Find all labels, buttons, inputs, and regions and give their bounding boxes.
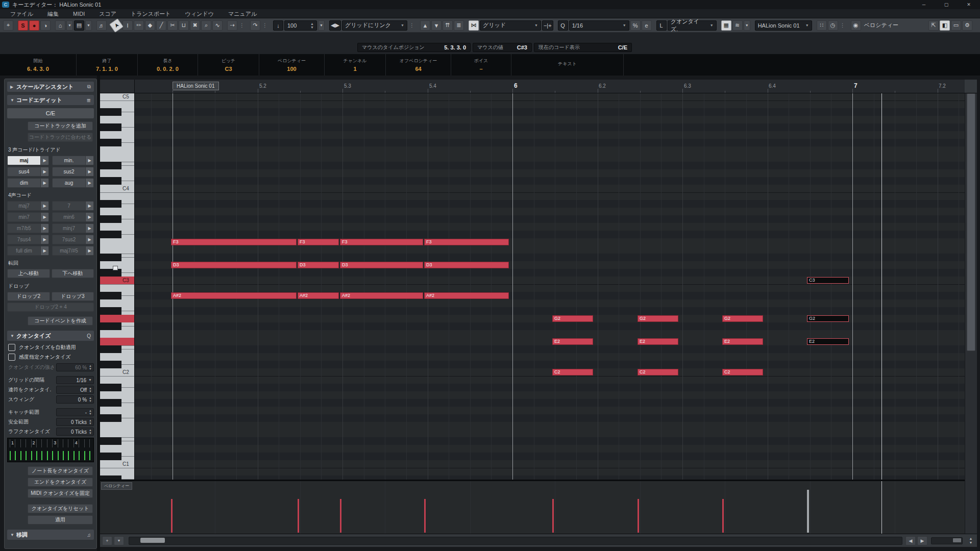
highlighted-key-G2[interactable] bbox=[100, 315, 135, 322]
selected-midi-note-G2[interactable]: G2 bbox=[807, 315, 849, 322]
spinner-icon[interactable]: ▲▼ bbox=[89, 387, 92, 393]
quantize-row-value[interactable]: 1/16▼ bbox=[56, 376, 94, 384]
quantize-row-value[interactable]: 0 Ticks▲▼ bbox=[56, 428, 94, 436]
length-quantize-dropdown[interactable]: クオンタイズ.▼ bbox=[668, 20, 717, 31]
scroll-right-button[interactable]: ▶ bbox=[917, 536, 927, 545]
black-key-C#2[interactable] bbox=[100, 361, 121, 368]
info-field-0[interactable]: 開始6. 4. 3. 0 bbox=[0, 54, 77, 76]
black-key-F#1[interactable] bbox=[100, 414, 121, 422]
iterative-quantize-button[interactable]: % bbox=[630, 20, 641, 31]
velocity-lane[interactable]: ベロシティー bbox=[100, 481, 965, 534]
dropdown-arrow-icon[interactable]: ▼ bbox=[88, 379, 92, 382]
midi-note-F3[interactable]: F3 bbox=[298, 239, 339, 245]
midi-note-F3[interactable]: F3 bbox=[424, 239, 509, 245]
black-key-F#3[interactable] bbox=[100, 231, 121, 238]
nudge-settings-button[interactable]: ≣ bbox=[454, 20, 464, 31]
info-field-7[interactable]: ボイス– bbox=[451, 54, 511, 76]
midi-note-G2[interactable]: G2 bbox=[638, 315, 678, 322]
glue-tool[interactable]: ⊔ bbox=[179, 20, 189, 31]
insert-velocity-value-spinner-icon[interactable]: ▲▼ bbox=[307, 22, 314, 29]
erase-tool[interactable]: ◆ bbox=[145, 20, 155, 31]
black-key-D#4[interactable] bbox=[100, 162, 121, 169]
visibility-filter-dropdown[interactable]: ▼ bbox=[85, 20, 92, 31]
midi-note-G2[interactable]: G2 bbox=[722, 315, 763, 322]
velocity-bar[interactable] bbox=[638, 499, 639, 533]
velocity-bar[interactable] bbox=[298, 499, 299, 533]
independent-loop-button[interactable]: ↷ bbox=[250, 20, 260, 31]
reset-quantize-button[interactable]: クオンタイズをリセット bbox=[28, 504, 93, 513]
quantize-preset-dropdown[interactable]: 1/16▼ bbox=[569, 20, 629, 31]
menu-item-1[interactable]: 編集 bbox=[40, 9, 66, 18]
black-key-G#3[interactable] bbox=[100, 215, 121, 223]
chord-button-sus2[interactable]: sus2▶ bbox=[52, 167, 94, 177]
project-cursor[interactable] bbox=[881, 93, 882, 480]
chord-play-icon[interactable]: ▶ bbox=[85, 235, 93, 244]
quantize-button-1[interactable]: エンドをクオンタイズ bbox=[28, 478, 93, 487]
black-key-D#3[interactable] bbox=[100, 254, 121, 261]
velocity-bar[interactable] bbox=[424, 499, 426, 533]
line-tool[interactable]: ╱ bbox=[156, 20, 166, 31]
visibility-filter-button[interactable]: ▤ bbox=[74, 20, 84, 31]
midi-note-C2[interactable]: C2 bbox=[722, 369, 763, 375]
chord-play-icon[interactable]: ▶ bbox=[40, 167, 48, 176]
black-key-A#2[interactable] bbox=[100, 292, 121, 299]
grid-relative-button[interactable]: −|+ bbox=[542, 20, 553, 31]
spinner-icon[interactable]: ▲▼ bbox=[89, 396, 92, 403]
chord-button-aug[interactable]: aug▶ bbox=[52, 178, 94, 188]
midi-note-D3[interactable]: D3 bbox=[298, 262, 339, 268]
trim-tool[interactable]: I bbox=[122, 20, 133, 31]
insert-velocity-icon[interactable]: ↓ bbox=[273, 20, 283, 31]
insert-velocity-value[interactable]: 100▲▼ bbox=[284, 20, 317, 31]
drum-map-button[interactable]: ∷ bbox=[817, 20, 827, 31]
chord-edit-header[interactable]: ▼ コードエディット ≣ bbox=[7, 95, 94, 105]
black-key-F#4[interactable] bbox=[100, 139, 121, 146]
v-zoom-out-icon[interactable]: ▼ bbox=[969, 541, 973, 544]
insert-velocity-dropdown[interactable]: ▼ bbox=[318, 20, 325, 31]
midi-note-C2[interactable]: C2 bbox=[552, 369, 593, 375]
chord-play-icon[interactable]: ▶ bbox=[85, 246, 93, 255]
drop3-button[interactable]: ドロップ3 bbox=[52, 292, 94, 301]
record-in-editor-button[interactable]: ● bbox=[29, 20, 39, 31]
part-editing-mode-button[interactable]: ▦ bbox=[721, 20, 731, 31]
controller-lane-icon[interactable]: ◉ bbox=[851, 20, 861, 31]
auto-apply-checkbox[interactable] bbox=[8, 344, 15, 351]
spinner-icon[interactable]: ▲▼ bbox=[89, 409, 92, 415]
midi-note-D3[interactable]: D3 bbox=[171, 262, 297, 268]
midi-note-C2[interactable]: C2 bbox=[638, 369, 678, 375]
highlighted-key-C3[interactable] bbox=[100, 277, 135, 284]
midi-note-E2[interactable]: E2 bbox=[638, 338, 678, 345]
editor-setup-button[interactable]: ⚙ bbox=[962, 20, 972, 31]
curve-tool[interactable]: ∿ bbox=[212, 20, 223, 31]
chord-button-sus4[interactable]: sus4▶ bbox=[7, 167, 49, 177]
velocity-bar[interactable] bbox=[340, 499, 341, 533]
part-name-tab[interactable]: HALion Sonic 01 bbox=[173, 82, 219, 90]
black-key-G#1[interactable] bbox=[100, 399, 121, 407]
midi-note-F3[interactable]: F3 bbox=[340, 239, 423, 245]
black-key-A#1[interactable] bbox=[100, 384, 121, 391]
independent-track-loop-button[interactable]: ◷ bbox=[828, 20, 838, 31]
midi-note-E2[interactable]: E2 bbox=[552, 338, 593, 345]
chord-button-min[interactable]: min.▶ bbox=[52, 156, 94, 165]
black-key-G#2[interactable] bbox=[100, 307, 121, 315]
move-down-button[interactable]: 下へ移動 bbox=[52, 269, 94, 278]
add-chord-track-button[interactable]: コードトラックを追加 bbox=[28, 121, 93, 131]
quantize-button-2[interactable]: MIDI クオンタイズを固定 bbox=[28, 489, 93, 498]
menu-item-5[interactable]: ウィンドウ bbox=[178, 9, 221, 18]
midi-note-A#2[interactable]: A#2 bbox=[171, 292, 297, 299]
menu-item-6[interactable]: マニュアル bbox=[221, 9, 264, 18]
selected-midi-note-C3[interactable]: C3 bbox=[807, 277, 849, 284]
chord-play-icon[interactable]: ▶ bbox=[85, 179, 93, 187]
zoom-tool[interactable]: ⌕ bbox=[201, 20, 211, 31]
scale-assistant-header[interactable]: ▶ スケールアシスタント ⧉ bbox=[7, 82, 94, 92]
snap-button[interactable]: ⋈ bbox=[469, 20, 479, 31]
midi-note-G2[interactable]: G2 bbox=[552, 315, 593, 322]
black-key-C#1[interactable] bbox=[100, 453, 121, 460]
timeline-ruler[interactable]: HALion Sonic 01 5.25.35.466.26.36.477.2 bbox=[135, 80, 965, 93]
midi-note-A#2[interactable]: A#2 bbox=[340, 292, 423, 299]
chord-play-icon[interactable]: ▶ bbox=[40, 213, 48, 221]
info-field-3[interactable]: ピッチC3 bbox=[198, 54, 259, 76]
minimize-button[interactable]: ─ bbox=[913, 0, 935, 9]
spinner-icon[interactable]: ▲▼ bbox=[89, 429, 92, 435]
chord-play-icon[interactable]: ▶ bbox=[85, 167, 93, 176]
black-key-A#3[interactable] bbox=[100, 200, 121, 208]
